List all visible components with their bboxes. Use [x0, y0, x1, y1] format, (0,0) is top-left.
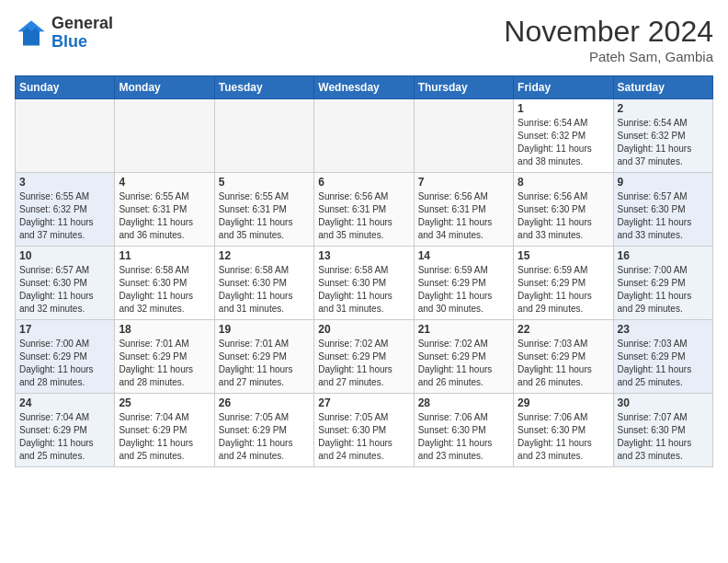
- calendar-cell: 26Sunrise: 7:05 AMSunset: 6:29 PMDayligh…: [214, 394, 313, 467]
- day-number: 8: [518, 176, 609, 189]
- day-number: 11: [119, 249, 210, 262]
- logo-icon: [15, 17, 48, 50]
- calendar-cell: 29Sunrise: 7:06 AMSunset: 6:30 PMDayligh…: [514, 394, 613, 467]
- day-number: 12: [219, 249, 310, 262]
- week-row-5: 24Sunrise: 7:04 AMSunset: 6:29 PMDayligh…: [16, 394, 713, 467]
- weekday-header-monday: Monday: [115, 76, 214, 99]
- calendar-cell: 25Sunrise: 7:04 AMSunset: 6:29 PMDayligh…: [115, 394, 214, 467]
- calendar-cell: 3Sunrise: 6:55 AMSunset: 6:32 PMDaylight…: [16, 173, 115, 247]
- calendar-cell: [214, 99, 313, 173]
- svg-marker-1: [18, 20, 45, 31]
- day-number: 20: [318, 323, 409, 336]
- day-info: Sunrise: 7:04 AMSunset: 6:29 PMDaylight:…: [19, 411, 110, 463]
- day-number: 13: [318, 249, 409, 262]
- calendar-cell: [16, 99, 115, 173]
- calendar-cell: 22Sunrise: 7:03 AMSunset: 6:29 PMDayligh…: [514, 320, 613, 394]
- calendar-cell: [414, 99, 513, 173]
- day-number: 23: [618, 323, 709, 336]
- day-info: Sunrise: 7:05 AMSunset: 6:30 PMDaylight:…: [318, 411, 409, 463]
- calendar-cell: 28Sunrise: 7:06 AMSunset: 6:30 PMDayligh…: [414, 394, 513, 467]
- weekday-header-tuesday: Tuesday: [214, 76, 313, 99]
- page-header: General Blue November 2024 Pateh Sam, Ga…: [15, 15, 713, 64]
- day-number: 6: [318, 176, 409, 189]
- calendar-table: SundayMondayTuesdayWednesdayThursdayFrid…: [15, 75, 713, 467]
- calendar-cell: 23Sunrise: 7:03 AMSunset: 6:29 PMDayligh…: [613, 320, 712, 394]
- day-info: Sunrise: 6:55 AMSunset: 6:31 PMDaylight:…: [119, 190, 210, 242]
- day-number: 27: [318, 396, 409, 409]
- day-number: 18: [119, 323, 210, 336]
- day-number: 30: [618, 396, 709, 409]
- day-info: Sunrise: 6:54 AMSunset: 6:32 PMDaylight:…: [518, 117, 609, 168]
- day-info: Sunrise: 6:57 AMSunset: 6:30 PMDaylight:…: [618, 190, 709, 242]
- day-number: 1: [518, 102, 609, 115]
- day-info: Sunrise: 7:07 AMSunset: 6:30 PMDaylight:…: [618, 411, 709, 463]
- day-info: Sunrise: 7:02 AMSunset: 6:29 PMDaylight:…: [418, 338, 509, 389]
- day-info: Sunrise: 6:56 AMSunset: 6:31 PMDaylight:…: [318, 190, 409, 242]
- calendar-cell: [115, 99, 214, 173]
- calendar-cell: 30Sunrise: 7:07 AMSunset: 6:30 PMDayligh…: [613, 394, 712, 467]
- week-row-1: 1Sunrise: 6:54 AMSunset: 6:32 PMDaylight…: [16, 99, 713, 173]
- day-info: Sunrise: 7:06 AMSunset: 6:30 PMDaylight:…: [418, 411, 509, 463]
- calendar-cell: 17Sunrise: 7:00 AMSunset: 6:29 PMDayligh…: [16, 320, 115, 394]
- calendar-cell: 24Sunrise: 7:04 AMSunset: 6:29 PMDayligh…: [16, 394, 115, 467]
- weekday-header-row: SundayMondayTuesdayWednesdayThursdayFrid…: [16, 76, 713, 99]
- weekday-header-wednesday: Wednesday: [314, 76, 414, 99]
- calendar-cell: 2Sunrise: 6:54 AMSunset: 6:32 PMDaylight…: [613, 99, 712, 173]
- day-number: 28: [418, 396, 509, 409]
- calendar-cell: 21Sunrise: 7:02 AMSunset: 6:29 PMDayligh…: [414, 320, 513, 394]
- day-info: Sunrise: 7:06 AMSunset: 6:30 PMDaylight:…: [518, 411, 609, 463]
- day-info: Sunrise: 6:57 AMSunset: 6:30 PMDaylight:…: [19, 264, 110, 316]
- day-number: 9: [618, 176, 709, 189]
- day-info: Sunrise: 7:01 AMSunset: 6:29 PMDaylight:…: [119, 338, 210, 389]
- day-info: Sunrise: 7:00 AMSunset: 6:29 PMDaylight:…: [618, 264, 709, 316]
- title-block: November 2024 Pateh Sam, Gambia: [504, 15, 713, 64]
- calendar-cell: 18Sunrise: 7:01 AMSunset: 6:29 PMDayligh…: [115, 320, 214, 394]
- day-number: 4: [119, 176, 210, 189]
- day-number: 14: [418, 249, 509, 262]
- calendar-cell: 6Sunrise: 6:56 AMSunset: 6:31 PMDaylight…: [314, 173, 414, 247]
- day-info: Sunrise: 6:58 AMSunset: 6:30 PMDaylight:…: [119, 264, 210, 316]
- week-row-2: 3Sunrise: 6:55 AMSunset: 6:32 PMDaylight…: [16, 173, 713, 247]
- calendar-cell: 9Sunrise: 6:57 AMSunset: 6:30 PMDaylight…: [613, 173, 712, 247]
- day-info: Sunrise: 6:56 AMSunset: 6:31 PMDaylight:…: [418, 190, 509, 242]
- calendar-cell: 20Sunrise: 7:02 AMSunset: 6:29 PMDayligh…: [314, 320, 414, 394]
- day-number: 17: [19, 323, 110, 336]
- day-info: Sunrise: 7:00 AMSunset: 6:29 PMDaylight:…: [19, 338, 110, 389]
- day-number: 19: [219, 323, 310, 336]
- day-number: 3: [19, 176, 110, 189]
- day-info: Sunrise: 6:54 AMSunset: 6:32 PMDaylight:…: [618, 117, 709, 168]
- logo: General Blue: [15, 15, 113, 52]
- location: Pateh Sam, Gambia: [504, 49, 713, 64]
- calendar-cell: 4Sunrise: 6:55 AMSunset: 6:31 PMDaylight…: [115, 173, 214, 247]
- calendar-cell: 5Sunrise: 6:55 AMSunset: 6:31 PMDaylight…: [214, 173, 313, 247]
- calendar-cell: 8Sunrise: 6:56 AMSunset: 6:30 PMDaylight…: [514, 173, 613, 247]
- day-info: Sunrise: 6:56 AMSunset: 6:30 PMDaylight:…: [518, 190, 609, 242]
- month-title: November 2024: [504, 15, 713, 49]
- weekday-header-saturday: Saturday: [613, 76, 712, 99]
- day-info: Sunrise: 6:59 AMSunset: 6:29 PMDaylight:…: [418, 264, 509, 316]
- day-number: 22: [518, 323, 609, 336]
- calendar-cell: 13Sunrise: 6:58 AMSunset: 6:30 PMDayligh…: [314, 247, 414, 320]
- weekday-header-sunday: Sunday: [16, 76, 115, 99]
- calendar-cell: 10Sunrise: 6:57 AMSunset: 6:30 PMDayligh…: [16, 247, 115, 320]
- weekday-header-thursday: Thursday: [414, 76, 513, 99]
- calendar-cell: 19Sunrise: 7:01 AMSunset: 6:29 PMDayligh…: [214, 320, 313, 394]
- day-number: 16: [618, 249, 709, 262]
- day-number: 29: [518, 396, 609, 409]
- day-number: 10: [19, 249, 110, 262]
- day-number: 15: [518, 249, 609, 262]
- day-info: Sunrise: 6:55 AMSunset: 6:31 PMDaylight:…: [219, 190, 310, 242]
- logo-blue-text: Blue: [51, 32, 87, 51]
- calendar-cell: 27Sunrise: 7:05 AMSunset: 6:30 PMDayligh…: [314, 394, 414, 467]
- logo-general-text: General: [51, 14, 113, 32]
- week-row-3: 10Sunrise: 6:57 AMSunset: 6:30 PMDayligh…: [16, 247, 713, 320]
- day-info: Sunrise: 6:55 AMSunset: 6:32 PMDaylight:…: [19, 190, 110, 242]
- calendar-cell: 1Sunrise: 6:54 AMSunset: 6:32 PMDaylight…: [514, 99, 613, 173]
- calendar-cell: 16Sunrise: 7:00 AMSunset: 6:29 PMDayligh…: [613, 247, 712, 320]
- day-number: 25: [119, 396, 210, 409]
- calendar-cell: 14Sunrise: 6:59 AMSunset: 6:29 PMDayligh…: [414, 247, 513, 320]
- day-number: 7: [418, 176, 509, 189]
- day-info: Sunrise: 7:05 AMSunset: 6:29 PMDaylight:…: [219, 411, 310, 463]
- day-info: Sunrise: 6:58 AMSunset: 6:30 PMDaylight:…: [219, 264, 310, 316]
- calendar-cell: 7Sunrise: 6:56 AMSunset: 6:31 PMDaylight…: [414, 173, 513, 247]
